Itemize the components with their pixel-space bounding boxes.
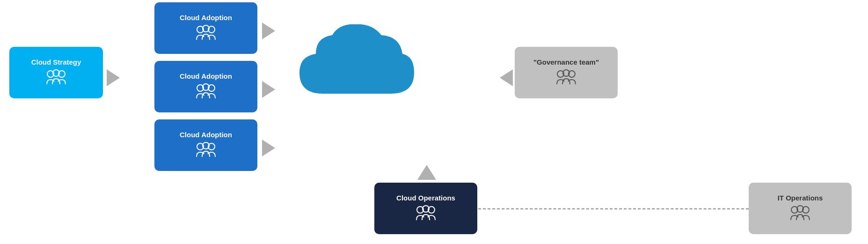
strategy-icon [46, 69, 66, 88]
arrow-adoption2-to-cloud [262, 81, 275, 98]
arrow-adoption1-to-cloud [262, 22, 275, 39]
cloud-svg [290, 9, 421, 122]
governance-icon [556, 69, 576, 88]
operations-icon [416, 205, 436, 223]
it-ops-label: IT Operations [778, 194, 823, 202]
adoption1-label: Cloud Adoption [180, 14, 232, 22]
adoption2-label: Cloud Adoption [180, 72, 232, 81]
it-ops-icon [790, 205, 810, 223]
cloud-adoption-box-2: Cloud Adoption [154, 61, 257, 112]
adoption3-label: Cloud Adoption [180, 131, 232, 139]
governance-label: "Governance team" [533, 58, 599, 67]
strategy-label: Cloud Strategy [31, 58, 81, 67]
adoption1-icon [196, 25, 216, 43]
it-operations-box: IT Operations [749, 183, 852, 234]
operations-label: Cloud Operations [396, 194, 455, 202]
arrow-adoption3-to-cloud [262, 140, 275, 156]
cloud-adoption-box-1: Cloud Adoption [154, 2, 257, 54]
adoption3-icon [196, 142, 216, 160]
arrow-strategy-to-adoption [107, 69, 120, 86]
cloud-operations-box: Cloud Operations [374, 183, 477, 234]
cloud-graphic [290, 9, 430, 140]
governance-team-box: "Governance team" [515, 47, 618, 98]
cloud-adoption-box-3: Cloud Adoption [154, 119, 257, 171]
cloud-strategy-box: Cloud Strategy [9, 47, 103, 98]
arrow-governance-to-cloud [500, 69, 513, 86]
adoption2-icon [196, 83, 216, 102]
arrow-operations-to-cloud [417, 165, 436, 180]
diagram-container: Cloud Strategy Cloud Adoption [0, 0, 868, 244]
dashed-line-ops-to-it [478, 208, 749, 209]
